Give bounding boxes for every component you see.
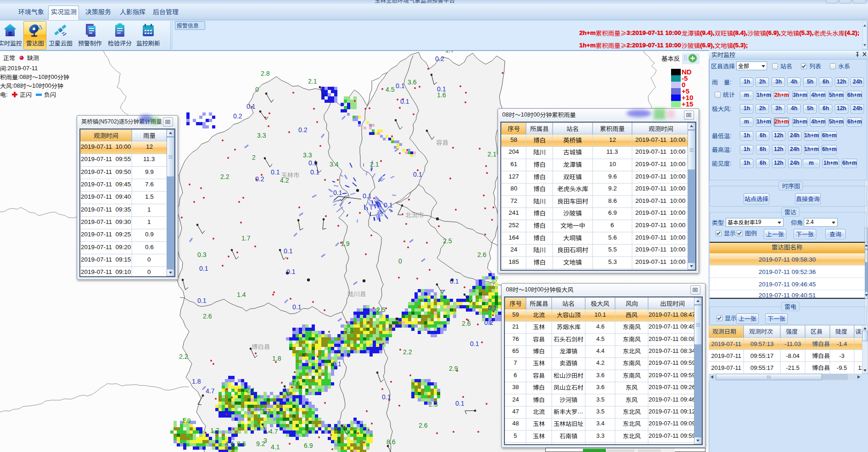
svg-text:1.7: 1.7: [210, 427, 219, 434]
svg-text:0.1: 0.1: [450, 278, 459, 285]
svg-text:2019-07-11 09:59: 2019-07-11 09:59: [649, 372, 695, 379]
svg-text:m: m: [744, 92, 749, 98]
svg-text:4.4: 4.4: [225, 440, 234, 447]
svg-text:2019-07-11 09:25: 2019-07-11 09:25: [81, 231, 131, 238]
svg-text:10: 10: [525, 286, 531, 293]
svg-text:0.1: 0.1: [455, 400, 465, 407]
svg-text:(9.4),: (9.4),: [700, 29, 715, 36]
svg-text::: :: [730, 146, 732, 153]
svg-text:0.2: 0.2: [233, 112, 242, 120]
svg-text:24h: 24h: [790, 132, 800, 139]
svg-text:0.1: 0.1: [286, 268, 296, 275]
svg-text:…: …: [577, 408, 583, 415]
svg-text:3h+m: 3h+m: [793, 92, 807, 98]
svg-text::: :: [6, 91, 8, 98]
svg-text:3.4: 3.4: [330, 161, 339, 168]
svg-text:4h: 4h: [791, 78, 797, 85]
svg-text:1.9: 1.9: [182, 417, 191, 424]
svg-text:6h+m: 6h+m: [847, 92, 862, 98]
svg-text:6.9: 6.9: [608, 210, 617, 217]
svg-text:2019-07-11 09:46: 2019-07-11 09:46: [649, 396, 695, 403]
svg-text:0.1: 0.1: [197, 297, 207, 304]
svg-text:4.2: 4.2: [596, 359, 605, 366]
svg-text:2019-07-11 09:40:51: 2019-07-11 09:40:51: [759, 292, 816, 298]
svg-text:00: 00: [537, 286, 543, 293]
svg-text:2.3: 2.3: [344, 327, 353, 334]
svg-text:-3: -3: [839, 352, 845, 359]
svg-text:0.2: 0.2: [484, 319, 493, 326]
svg-text:1.8: 1.8: [192, 378, 201, 385]
svg-text:0.1: 0.1: [488, 304, 497, 312]
svg-text:47: 47: [512, 408, 519, 415]
svg-text:(5.3),: (5.3),: [799, 29, 814, 36]
svg-text:0.2: 0.2: [435, 55, 444, 62]
svg-text:0.6: 0.6: [145, 244, 154, 251]
svg-text:0.1: 0.1: [400, 98, 409, 105]
svg-text:2h: 2h: [759, 105, 766, 112]
svg-text:0.1: 0.1: [382, 393, 391, 401]
svg-text:0.1: 0.1: [199, 265, 208, 272]
svg-text:-21.5: -21.5: [786, 364, 800, 371]
svg-text:2.5: 2.5: [443, 237, 452, 245]
svg-text:9.6: 9.6: [608, 173, 617, 180]
svg-text:4.7: 4.7: [206, 387, 215, 395]
svg-text:5.3: 5.3: [608, 258, 617, 265]
svg-text:10.1: 10.1: [594, 311, 606, 318]
svg-text:0: 0: [147, 256, 151, 263]
svg-text:0.2: 0.2: [298, 126, 308, 134]
svg-text:m: m: [809, 160, 814, 166]
svg-text:0.1: 0.1: [413, 171, 422, 178]
svg-text:2019-07-11 10:00: 2019-07-11 10:00: [635, 246, 685, 253]
svg-text:1h+m: 1h+m: [756, 118, 771, 125]
svg-text:(4.2);: (4.2);: [845, 29, 859, 36]
svg-text:10: 10: [521, 111, 527, 118]
svg-text:4h+m: 4h+m: [811, 92, 826, 98]
svg-text:0.1: 0.1: [437, 85, 446, 93]
svg-text:72: 72: [510, 197, 517, 204]
svg-text:204: 204: [509, 149, 519, 156]
svg-text:5h: 5h: [807, 105, 813, 112]
svg-text:24: 24: [512, 396, 519, 403]
svg-text:80: 80: [510, 185, 517, 192]
svg-text:2019-07-11 09:58:30: 2019-07-11 09:58:30: [759, 256, 816, 263]
svg-text:09:55:17: 09:55:17: [750, 364, 774, 371]
svg-text:3.3: 3.3: [303, 151, 312, 159]
svg-text:0.1: 0.1: [332, 360, 342, 368]
svg-text:2019-07-11 08:08: 2019-07-11 08:08: [649, 335, 695, 342]
svg-text:2019-07-11 09:09: 2019-07-11 09:09: [649, 420, 695, 427]
svg-text:1.7: 1.7: [445, 50, 454, 54]
svg-text:2h+m: 2h+m: [774, 118, 789, 125]
svg-text:19: 19: [755, 219, 762, 225]
svg-text:6h: 6h: [760, 160, 766, 166]
svg-text::08: :08: [12, 82, 20, 89]
svg-text:2.1: 2.1: [308, 78, 317, 85]
svg-text:11: 11: [858, 364, 862, 371]
svg-text:10: 10: [32, 82, 39, 89]
svg-text:2019-07-11 09:20: 2019-07-11 09:20: [81, 244, 131, 251]
svg-text:12h: 12h: [774, 146, 784, 152]
svg-text:2.8: 2.8: [261, 70, 270, 77]
svg-text:0.1: 0.1: [308, 159, 318, 167]
svg-text:2.9: 2.9: [449, 365, 458, 372]
svg-text:3.3: 3.3: [257, 132, 266, 139]
svg-text:0: 0: [398, 257, 402, 265]
svg-text:1h+m: 1h+m: [579, 42, 596, 49]
svg-text:8.6: 8.6: [386, 438, 396, 446]
svg-text:4.5: 4.5: [596, 335, 605, 342]
svg-text:6h+m: 6h+m: [847, 118, 862, 125]
svg-text:59: 59: [512, 311, 519, 318]
svg-text:4.5: 4.5: [386, 86, 395, 93]
svg-text:3.5: 3.5: [596, 396, 605, 403]
svg-text:2019-07-11 09:30: 2019-07-11 09:30: [81, 218, 131, 225]
svg-text:0.9: 0.9: [145, 231, 154, 238]
svg-text:38: 38: [512, 384, 519, 391]
svg-text:24: 24: [510, 246, 518, 253]
svg-text:1.4: 1.4: [237, 291, 246, 298]
svg-text:11.3: 11.3: [143, 156, 155, 163]
svg-text:2019-07-11 10:00: 2019-07-11 10:00: [635, 149, 685, 156]
svg-text:6h: 6h: [823, 78, 829, 85]
svg-text:76: 76: [512, 335, 519, 342]
svg-text:3.6: 3.6: [596, 384, 605, 391]
svg-text:5h+m: 5h+m: [829, 118, 844, 125]
svg-text:11.3: 11.3: [606, 149, 618, 156]
